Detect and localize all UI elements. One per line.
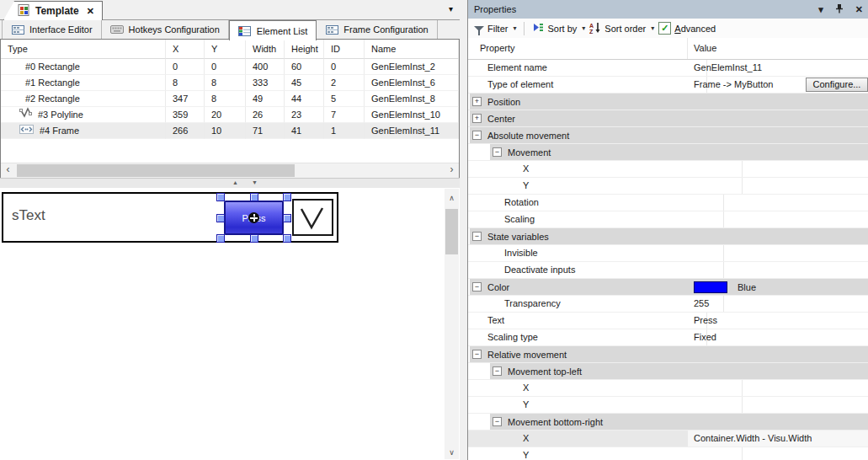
column-header-x[interactable]: X — [166, 40, 205, 59]
property-group-position[interactable]: +Position — [468, 94, 868, 110]
property-value-cell[interactable] — [688, 245, 868, 261]
property-value-cell[interactable] — [688, 397, 868, 413]
table-row-3-polyline[interactable]: #3 Polyline3592026237GenElemInst_10 — [1, 107, 459, 123]
table-row-4-frame[interactable]: #4 Frame2661071411GenElemInst_11 — [1, 123, 459, 139]
collapse-icon[interactable]: − — [472, 350, 482, 359]
selection-handle-middle-left[interactable] — [216, 214, 225, 222]
property-row-x[interactable]: X — [468, 380, 868, 397]
column-header-width[interactable]: Width — [246, 40, 285, 59]
property-group-color[interactable]: −ColorBlue — [468, 279, 868, 296]
property-value-cell[interactable] — [688, 447, 868, 460]
tab-interface-editor[interactable]: Interface Editor — [2, 20, 102, 39]
scroll-right-icon[interactable]: › — [445, 163, 459, 178]
property-row-text[interactable]: TextPress — [468, 313, 868, 329]
property-value-cell[interactable] — [688, 211, 868, 227]
table-row-2-rectangle[interactable]: #2 Rectangle347849445GenElemInst_8 — [1, 91, 459, 107]
property-row-element-name[interactable]: Element nameGenElemInst_11 — [468, 60, 868, 77]
property-group-absolute-movement[interactable]: −Absolute movement — [468, 127, 868, 144]
collapse-icon[interactable]: − — [472, 131, 482, 140]
sort-order-button[interactable]: AZ Sort order ▾ — [589, 22, 654, 35]
table-row-0-rectangle[interactable]: #0 Rectangle00400600GenElemInst_2 — [1, 59, 459, 75]
selection-handle-bottom-right[interactable] — [283, 234, 291, 243]
column-divider[interactable] — [687, 38, 688, 59]
column-header-y[interactable]: Y — [205, 40, 246, 59]
property-value-cell[interactable]: Frame -> MyButtonConfigure... — [688, 77, 868, 93]
property-value-cell[interactable] — [688, 178, 868, 194]
pin-icon[interactable] — [835, 3, 844, 15]
property-row-y[interactable]: Y — [468, 397, 868, 414]
selection-handle-bottom-middle[interactable] — [250, 234, 258, 243]
column-header-height[interactable]: Height — [285, 40, 324, 59]
sort-by-button[interactable]: Sort by ▾ — [532, 22, 585, 35]
selection-handle-middle-right[interactable] — [283, 214, 291, 222]
tab-frame-configuration[interactable]: Frame Configuration — [317, 20, 437, 39]
selection-handle-top-middle[interactable] — [250, 193, 258, 201]
collapse-icon[interactable]: − — [472, 282, 482, 292]
property-group-center[interactable]: +Center — [468, 110, 868, 127]
scroll-up-icon[interactable]: ∧ — [445, 191, 459, 205]
splitter-grips[interactable]: ▲ ▼ — [232, 179, 258, 186]
property-value-cell[interactable]: Container.Width - Visu.Width — [688, 431, 868, 447]
table-row-1-rectangle[interactable]: #1 Rectangle88333452GenElemInst_6 — [1, 75, 459, 91]
property-value-cell[interactable] — [688, 380, 868, 396]
property-group-movement-top-left[interactable]: −Movement top-left — [468, 363, 868, 380]
expand-icon[interactable]: + — [472, 114, 482, 123]
property-value-cell[interactable] — [688, 195, 868, 211]
selection-handle-top-right[interactable] — [283, 193, 291, 201]
panel-close-icon[interactable]: ✕ — [855, 4, 863, 15]
property-row-x[interactable]: XContainer.Width - Visu.Width — [468, 431, 868, 447]
property-group-state-variables[interactable]: −State variables — [468, 228, 868, 245]
property-row-type-of-element[interactable]: Type of elementFrame -> MyButtonConfigur… — [468, 77, 868, 94]
collapse-icon[interactable]: − — [472, 232, 482, 241]
tab-close-icon[interactable]: ✕ — [87, 6, 94, 17]
column-header-type[interactable]: Type — [1, 40, 166, 59]
canvas-vscrollbar[interactable]: ∧ ∨ — [445, 189, 459, 459]
scroll-down-icon[interactable]: ∨ — [445, 446, 459, 459]
element-table-hscrollbar[interactable]: ‹ › — [1, 163, 459, 178]
property-value-cell[interactable] — [688, 262, 868, 278]
advanced-checkbox[interactable]: ✓ — [658, 22, 671, 35]
property-row-rotation[interactable]: Rotation — [468, 195, 868, 211]
collapse-icon[interactable]: − — [493, 147, 502, 157]
column-header-id[interactable]: ID — [324, 40, 365, 59]
column-header-name[interactable]: Name — [365, 40, 459, 59]
property-value-cell[interactable]: GenElemInst_11 — [688, 60, 868, 76]
configure-button[interactable]: Configure... — [806, 78, 868, 92]
advanced-toggle[interactable]: ✓ Advanced — [658, 22, 716, 35]
filter-button[interactable]: Filter ▾ — [474, 24, 516, 34]
selection-handle-bottom-left[interactable] — [216, 234, 225, 243]
property-group-movement[interactable]: −Movement — [468, 144, 868, 161]
tab-template[interactable]: Template ✕ — [3, 1, 103, 20]
collapse-icon[interactable]: − — [493, 366, 502, 376]
visualization-canvas[interactable]: sText Press ∧ ∨ — [0, 188, 460, 460]
collapse-icon[interactable]: − — [493, 417, 502, 426]
rotation-center-crosshair-icon[interactable] — [248, 212, 259, 223]
property-value-cell[interactable]: Fixed — [688, 329, 868, 345]
property-row-deactivate-inputs[interactable]: Deactivate inputs — [468, 262, 868, 279]
canvas-checkmark-box-element[interactable] — [292, 199, 333, 236]
color-swatch[interactable] — [694, 281, 727, 293]
property-value-cell[interactable] — [688, 161, 868, 177]
splitter-down-icon[interactable]: ▼ — [252, 179, 258, 186]
scroll-left-icon[interactable]: ‹ — [1, 163, 15, 178]
tab-element-list[interactable]: Element List — [229, 20, 317, 40]
property-value-cell[interactable]: Press — [688, 313, 868, 329]
property-value-cell[interactable]: 255 — [688, 296, 868, 312]
hscroll-thumb[interactable] — [17, 164, 295, 177]
selection-handle-top-left[interactable] — [216, 193, 225, 201]
splitter-up-icon[interactable]: ▲ — [232, 179, 238, 186]
tab-hotkeys-configuration[interactable]: Hotkeys Configuration — [102, 20, 229, 39]
tab-list-menu-icon[interactable]: ▾ — [449, 4, 453, 13]
property-row-x[interactable]: X — [468, 161, 868, 178]
property-row-scaling[interactable]: Scaling — [468, 211, 868, 228]
property-row-transparency[interactable]: Transparency255 — [468, 296, 868, 313]
property-row-invisible[interactable]: Invisible — [468, 245, 868, 262]
vscroll-thumb[interactable] — [445, 209, 458, 254]
expand-icon[interactable]: + — [472, 97, 482, 106]
panel-menu-icon[interactable]: ▾ — [818, 4, 823, 15]
property-row-y[interactable]: Y — [468, 447, 868, 460]
property-group-movement-bottom-right[interactable]: −Movement bottom-right — [468, 414, 868, 431]
property-row-y[interactable]: Y — [468, 178, 868, 195]
property-group-relative-movement[interactable]: −Relative movement — [468, 346, 868, 363]
property-row-scaling-type[interactable]: Scaling typeFixed — [468, 329, 868, 346]
